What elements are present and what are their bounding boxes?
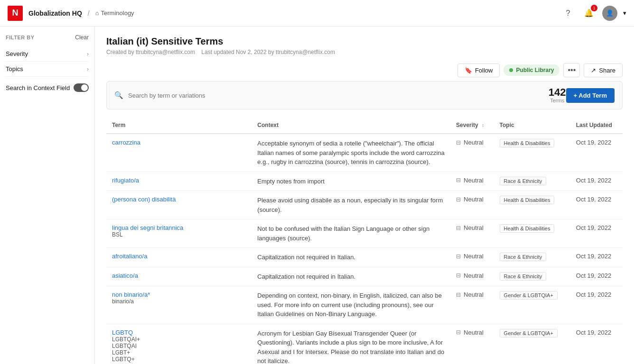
cell-context: Capitalization not required in Italian. — [252, 267, 450, 286]
table-row: rifugiato/aEmpty notes from import⊟Neutr… — [106, 172, 623, 191]
severity-icon: ⊟ — [456, 177, 461, 183]
bookmark-icon: 🔖 — [465, 67, 472, 74]
breadcrumb[interactable]: ⌂ Terminology — [95, 9, 134, 17]
col-severity[interactable]: Severity ↕ — [450, 117, 494, 134]
notification-badge: 1 — [591, 5, 597, 11]
cell-date: Oct 19, 2022 — [570, 172, 623, 191]
search-context-label: Search in Context Field — [6, 84, 70, 91]
sidebar: FILTER BY Clear Severity › Topics › Sear… — [0, 27, 95, 364]
term-link[interactable]: asiatico/a — [112, 272, 138, 279]
table-row: lingua dei segni britannicaBSLNot to be … — [106, 219, 623, 248]
cell-date: Oct 19, 2022 — [570, 324, 623, 364]
severity-icon: ⊟ — [456, 225, 461, 231]
topics-chevron-icon: › — [87, 66, 89, 73]
search-context-toggle[interactable] — [74, 83, 89, 92]
severity-chevron-icon: › — [87, 51, 89, 57]
cell-severity: ⊟Neutral — [450, 286, 494, 324]
search-bar: 🔍 142 Terms + Add Term — [106, 81, 623, 109]
action-bar: 🔖 Follow Public Library ••• ↗ Share — [106, 63, 623, 77]
severity-value: Neutral — [464, 253, 484, 260]
cell-topic: Health & Disabilities — [494, 219, 570, 248]
page-meta: Created by ttrubitcyna@netflix.com Last … — [106, 49, 623, 55]
term-link[interactable]: afroitaliano/a — [112, 253, 147, 260]
cell-severity: ⊟Neutral — [450, 191, 494, 219]
share-button[interactable]: ↗ Share — [584, 64, 623, 77]
topic-badge: Health & Disabilities — [500, 196, 555, 204]
breadcrumb-separator: / — [88, 9, 90, 17]
cell-date: Oct 19, 2022 — [570, 191, 623, 219]
term-link[interactable]: (persona con) disabilità — [112, 196, 176, 203]
public-library-badge: Public Library — [503, 64, 559, 76]
topic-badge: Gender & LGBTQIA+ — [500, 291, 558, 300]
top-nav: N Globalization HQ / ⌂ Terminology ? 🔔 1… — [0, 0, 634, 27]
severity-value: Neutral — [464, 272, 484, 279]
filter-label: FILTER BY — [6, 35, 35, 40]
term-alt: LGBTQAI — [112, 343, 246, 349]
topic-badge: Race & Ethnicity — [500, 253, 547, 261]
severity-value: Neutral — [464, 177, 484, 184]
terms-label: Terms — [549, 98, 566, 103]
cell-context: Capitalization not required in Italian. — [252, 248, 450, 267]
page-title: Italian (it) Sensitive Terms — [106, 36, 623, 47]
nav-left: N Globalization HQ / ⌂ Terminology — [8, 6, 134, 21]
add-term-button[interactable]: + Add Term — [566, 88, 615, 103]
main-layout: FILTER BY Clear Severity › Topics › Sear… — [0, 27, 634, 364]
cell-severity: ⊟Neutral — [450, 324, 494, 364]
more-options-button[interactable]: ••• — [563, 63, 580, 77]
sort-icon: ↕ — [482, 123, 484, 128]
cell-context: Not to be confused with the Italian Sign… — [252, 219, 450, 248]
term-link[interactable]: LGBTQ — [112, 329, 133, 336]
cell-context: Please avoid using disabile as a noun, e… — [252, 191, 450, 219]
severity-value: Neutral — [464, 224, 484, 231]
created-by: Created by ttrubitcyna@netflix.com — [106, 49, 195, 55]
table-row: asiatico/aCapitalization not required in… — [106, 267, 623, 286]
notification-wrap: 🔔 1 — [581, 6, 597, 21]
term-link[interactable]: rifugiato/a — [112, 177, 139, 184]
follow-button[interactable]: 🔖 Follow — [457, 64, 500, 77]
severity-value: Neutral — [464, 329, 484, 336]
term-alt: LGBT+ — [112, 349, 246, 356]
cell-severity: ⊟Neutral — [450, 134, 494, 172]
action-bar-right: 🔖 Follow Public Library ••• ↗ Share — [457, 63, 623, 77]
severity-icon: ⊟ — [456, 253, 461, 260]
severity-icon: ⊟ — [456, 329, 461, 336]
table-header-row: Term Context Severity ↕ Topic Last Updat… — [106, 117, 623, 134]
cell-date: Oct 19, 2022 — [570, 286, 623, 324]
severity-icon: ⊟ — [456, 272, 461, 279]
term-alt: LGBTQAI+ — [112, 336, 246, 343]
topic-badge: Health & Disabilities — [500, 224, 555, 233]
term-link[interactable]: carrozzina — [112, 139, 140, 146]
help-button[interactable]: ? — [560, 6, 576, 21]
cell-context: Empty notes from import — [252, 172, 450, 191]
filter-header: FILTER BY Clear — [6, 34, 89, 41]
cell-date: Oct 19, 2022 — [570, 219, 623, 248]
search-input[interactable] — [128, 92, 549, 99]
avatar[interactable]: 👤 — [602, 6, 617, 21]
last-updated: Last updated Nov 2, 2022 by ttrubitcyna@… — [201, 49, 335, 55]
col-context: Context — [252, 117, 450, 134]
cell-context: Depending on context, non-binary, in Eng… — [252, 286, 450, 324]
cell-topic: Gender & LGBTQIA+ — [494, 286, 570, 324]
cell-topic: Race & Ethnicity — [494, 267, 570, 286]
table-row: non binario/a*binario/aDepending on cont… — [106, 286, 623, 324]
clear-button[interactable]: Clear — [75, 34, 89, 41]
term-alt: binario/a — [112, 298, 246, 305]
cell-topic: Race & Ethnicity — [494, 248, 570, 267]
cell-severity: ⊟Neutral — [450, 172, 494, 191]
cell-severity: ⊟Neutral — [450, 267, 494, 286]
cell-term: (persona con) disabilità — [106, 191, 252, 219]
col-last-updated: Last Updated — [570, 117, 623, 134]
severity-filter[interactable]: Severity › — [6, 46, 89, 62]
severity-value: Neutral — [464, 139, 484, 146]
severity-icon: ⊟ — [456, 139, 461, 146]
topics-filter[interactable]: Topics › — [6, 62, 89, 77]
cell-context: Acronym for Lesbian Gay Bisexual Transge… — [252, 324, 450, 364]
home-icon: ⌂ — [95, 9, 99, 17]
cell-term: carrozzina — [106, 134, 252, 172]
netflix-logo: N — [8, 6, 23, 21]
cell-date: Oct 19, 2022 — [570, 248, 623, 267]
cell-topic: Health & Disabilities — [494, 134, 570, 172]
term-link[interactable]: lingua dei segni britannica — [112, 224, 183, 231]
term-link[interactable]: non binario/a* — [112, 291, 150, 298]
table-row: carrozzinaAcceptable synonym of sedia a … — [106, 134, 623, 172]
